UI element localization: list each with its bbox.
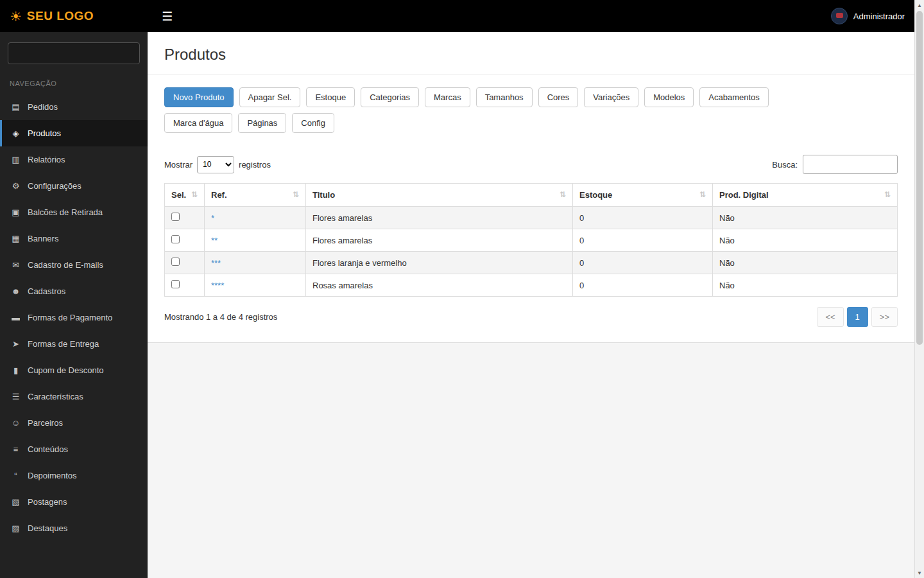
sidebar-item-label: Conteúdos — [28, 444, 68, 454]
cell-titulo: Flores laranja e vermelho — [306, 252, 573, 274]
sidebar-item-label: Formas de Pagamento — [28, 313, 112, 322]
layout: NAVEGAÇÃO ▤Pedidos◈Produtos▥Relatórios⚙C… — [0, 32, 924, 578]
cell-ref: **** — [205, 274, 306, 297]
sidebar-item-cadastros[interactable]: ☻Cadastros — [0, 278, 148, 304]
sidebar-search-input[interactable] — [8, 42, 140, 64]
table-header-row: ⇅Sel.⇅Ref.⇅Titulo⇅Estoque⇅Prod. Digital — [165, 184, 898, 207]
column-header-ref[interactable]: ⇅Ref. — [205, 184, 306, 207]
novo-produto-button[interactable]: Novo Produto — [164, 87, 234, 107]
products-table: ⇅Sel.⇅Ref.⇅Titulo⇅Estoque⇅Prod. Digital … — [164, 183, 898, 297]
cell-sel — [165, 207, 205, 229]
column-header-sel[interactable]: ⇅Sel. — [165, 184, 205, 207]
row-checkbox[interactable] — [171, 258, 180, 266]
settings-icon: ⚙ — [10, 181, 21, 191]
page-title: Produtos — [164, 46, 898, 64]
sidebar-item-label: Cadastro de E-mails — [28, 260, 103, 270]
sidebar-item-relatorios[interactable]: ▥Relatórios — [0, 146, 148, 173]
sidebar-item-label: Postagens — [28, 497, 67, 507]
scrollbar[interactable]: ▲ ▼ — [914, 0, 924, 578]
sidebar-toggle-button[interactable]: ☰ — [162, 10, 173, 22]
column-header-titulo[interactable]: ⇅Titulo — [306, 184, 573, 207]
tamanhos-button[interactable]: Tamanhos — [476, 87, 533, 107]
marca-dagua-button[interactable]: Marca d'água — [164, 113, 232, 133]
user-avatar — [831, 8, 848, 24]
sidebar-item-conteudos[interactable]: ≡Conteúdos — [0, 436, 148, 462]
features-icon: ☰ — [10, 392, 21, 401]
sidebar-item-destaques[interactable]: ▨Destaques — [0, 515, 148, 541]
sidebar-item-cadastro-de-emails[interactable]: ✉Cadastro de E-mails — [0, 252, 148, 278]
sidebar-item-formas-de-pagamento[interactable]: ▬Formas de Pagamento — [0, 304, 148, 331]
scrollbar-thumb[interactable] — [916, 11, 923, 345]
brand[interactable]: ☀ SEU LOGO — [0, 9, 148, 23]
modelos-button[interactable]: Modelos — [644, 87, 694, 107]
cell-prod-digital: Não — [713, 252, 898, 274]
cell-ref: * — [205, 207, 306, 229]
search-input[interactable] — [803, 155, 898, 174]
column-header-prod-digital[interactable]: ⇅Prod. Digital — [713, 184, 898, 207]
sidebar-item-formas-de-entrega[interactable]: ➤Formas de Entrega — [0, 331, 148, 357]
sidebar-item-label: Relatórios — [28, 155, 65, 164]
reports-icon: ▥ — [10, 155, 21, 164]
cores-button[interactable]: Cores — [538, 87, 579, 107]
ref-link[interactable]: ** — [211, 236, 218, 245]
nav-section-label: NAVEGAÇÃO — [0, 71, 148, 94]
sort-icon: ⇅ — [884, 190, 891, 199]
ref-link[interactable]: *** — [211, 258, 221, 268]
table-body: *Flores amarelas0Não**Flores amarelas0Nã… — [165, 207, 898, 297]
acabamentos-button[interactable]: Acabamentos — [699, 87, 769, 107]
estoque-button[interactable]: Estoque — [306, 87, 355, 107]
page-header: Produtos — [148, 32, 914, 74]
sidebar-item-parceiros[interactable]: ☺Parceiros — [0, 410, 148, 436]
pagination-next-button[interactable]: >> — [871, 307, 898, 327]
table-controls: Mostrar 10 registros Busca: — [148, 155, 914, 174]
coupon-icon: ▮ — [10, 365, 21, 375]
sidebar-item-pedidos[interactable]: ▤Pedidos — [0, 94, 148, 120]
apagar-sel-button[interactable]: Apagar Sel. — [239, 87, 301, 107]
sidebar-item-balcoes-de-retirada[interactable]: ▣Balcões de Retirada — [0, 199, 148, 225]
sidebar-item-cupom-de-desconto[interactable]: ▮Cupom de Desconto — [0, 357, 148, 383]
sidebar-item-caracteristicas[interactable]: ☰Características — [0, 383, 148, 410]
row-checkbox[interactable] — [171, 235, 180, 243]
sidebar-item-banners[interactable]: ▦Banners — [0, 225, 148, 252]
user-menu[interactable]: Administrador — [831, 8, 924, 24]
row-checkbox[interactable] — [171, 213, 180, 221]
email-icon: ✉ — [10, 260, 21, 270]
pagination-prev-button[interactable]: << — [817, 307, 843, 327]
sidebar-item-label: Pedidos — [28, 102, 58, 112]
categorias-button[interactable]: Categorias — [361, 87, 419, 107]
sort-icon: ⇅ — [293, 190, 299, 199]
sidebar-menu: ▤Pedidos◈Produtos▥Relatórios⚙Configuraçõ… — [0, 94, 148, 541]
row-checkbox[interactable] — [171, 280, 180, 288]
ref-link[interactable]: **** — [211, 281, 224, 290]
pagination-page-1-button[interactable]: 1 — [847, 307, 868, 327]
column-header-estoque[interactable]: ⇅Estoque — [573, 184, 713, 207]
page-size-select[interactable]: 10 — [197, 156, 234, 173]
variacoes-button[interactable]: Variações — [584, 87, 638, 107]
highlights-icon: ▨ — [10, 523, 21, 533]
sidebar-item-configuracoes[interactable]: ⚙Configurações — [0, 173, 148, 199]
table-row: *Flores amarelas0Não — [165, 207, 898, 229]
sort-icon: ⇅ — [191, 190, 198, 199]
scroll-up-icon[interactable]: ▲ — [915, 0, 924, 10]
sidebar-item-label: Parceiros — [28, 418, 63, 428]
paginas-button[interactable]: Páginas — [238, 113, 286, 133]
ref-link[interactable]: * — [211, 213, 214, 223]
sidebar-item-depoimentos[interactable]: “Depoimentos — [0, 462, 148, 489]
table-footer: Mostrando 1 a 4 de 4 registros << 1 >> — [148, 297, 914, 327]
marcas-button[interactable]: Marcas — [425, 87, 470, 107]
sidebar-item-label: Cadastros — [28, 286, 65, 296]
config-button[interactable]: Config — [292, 113, 334, 133]
sidebar-item-produtos[interactable]: ◈Produtos — [0, 120, 148, 146]
cell-ref: *** — [205, 252, 306, 274]
cell-estoque: 0 — [573, 252, 713, 274]
scroll-down-icon[interactable]: ▼ — [915, 568, 924, 578]
toolbar-row-1: Novo ProdutoApagar Sel.EstoqueCategorias… — [148, 87, 914, 107]
search-control: Busca: — [772, 155, 898, 174]
sidebar-item-postagens[interactable]: ▧Postagens — [0, 489, 148, 515]
sort-icon: ⇅ — [699, 190, 706, 199]
toolbar-row-2: Marca d'águaPáginasConfig — [148, 113, 914, 133]
sidebar-item-label: Configurações — [28, 181, 81, 191]
products-icon: ◈ — [10, 128, 21, 138]
records-label: registros — [239, 160, 271, 170]
sidebar-item-label: Depoimentos — [28, 471, 77, 480]
